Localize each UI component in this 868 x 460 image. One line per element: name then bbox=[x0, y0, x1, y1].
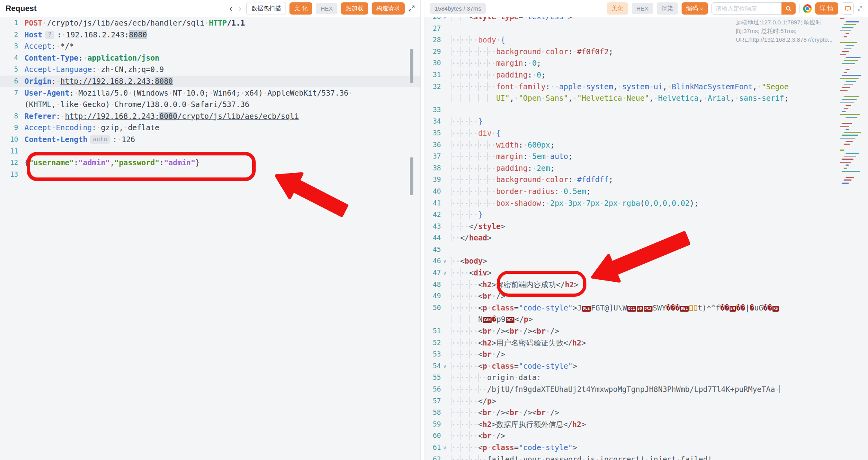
packet-scan-button[interactable]: 数据包扫描 bbox=[246, 2, 286, 15]
code-line[interactable]: 41··········box-shadow:·2px·3px·7px·2px·… bbox=[424, 198, 868, 209]
code-line[interactable]: 33 bbox=[424, 104, 868, 116]
code-line[interactable]: (KHTML,·like·Gecko)·Chrome/138.0.0.0·Saf… bbox=[0, 99, 420, 111]
fold-icon[interactable]: ∨ bbox=[441, 267, 449, 279]
code-line[interactable]: 49······<br·/> bbox=[424, 290, 868, 302]
chrome-icon[interactable] bbox=[803, 4, 812, 13]
code-line[interactable]: 32··········font-family:·-apple-system,·… bbox=[424, 81, 868, 93]
token: application/json bbox=[87, 54, 159, 62]
token: ·· bbox=[451, 257, 460, 265]
code-line[interactable]: 51······<br·/><br·/><br·/> bbox=[424, 325, 868, 337]
code-line[interactable]: 45 bbox=[424, 244, 868, 256]
code-line[interactable]: 9Accept-Encoding:·gzip,·deflate bbox=[0, 122, 420, 134]
line-number: 60 bbox=[424, 430, 441, 442]
code-line[interactable]: 29··········background-color:·#f0f0f2; bbox=[424, 46, 868, 58]
minimap-line bbox=[840, 18, 844, 19]
code-line[interactable]: 8Referer:·http://192.168.2.243:8080/cryp… bbox=[0, 111, 420, 122]
token: body bbox=[464, 257, 483, 265]
code-line[interactable]: 48······<h2>解密前端内容成功</h2> bbox=[424, 279, 868, 291]
code-line[interactable]: 35······div·{ bbox=[424, 127, 868, 139]
code-line[interactable]: 3Accept:·*/* bbox=[0, 41, 420, 52]
code-line[interactable]: 57······</p> bbox=[424, 395, 868, 407]
token: ······ bbox=[451, 117, 478, 126]
code-line[interactable]: 30··········margin:·0; bbox=[424, 57, 868, 69]
minimap-line bbox=[844, 24, 856, 25]
fold-icon[interactable]: ∨ bbox=[441, 17, 449, 23]
code-line[interactable]: 31··········padding:·0; bbox=[424, 69, 868, 81]
code-line[interactable]: 56········/bjtU/fn9gdaXTEUhaUj2t4YmxwpoM… bbox=[424, 384, 868, 395]
code-line[interactable]: 50······<p·class="code-style">JDLEFGT@]U… bbox=[424, 302, 868, 314]
request-editor[interactable]: 1POST·/crypto/js/lib/aes/ecb/handler/sql… bbox=[0, 17, 420, 460]
scrollbar-mark[interactable] bbox=[410, 49, 413, 83]
token: 0 bbox=[536, 70, 541, 79]
token: 解密前端内容成功 bbox=[496, 280, 556, 289]
code-line[interactable]: 52······<h2>用户名密码验证失败</h2> bbox=[424, 337, 868, 349]
build-request-button[interactable]: 构造请求 bbox=[372, 2, 405, 15]
code-line[interactable]: 60······<br·/> bbox=[424, 430, 868, 442]
minimap-line bbox=[844, 36, 847, 37]
hex-button[interactable]: HEX bbox=[632, 3, 653, 14]
code-line[interactable]: 54∨······<p·class="code-style"> bbox=[424, 360, 868, 372]
code-line[interactable]: 44··</head> bbox=[424, 232, 868, 244]
code-line[interactable]: 58······<br·/><br·/><br·/> bbox=[424, 407, 868, 419]
code-line[interactable]: 53······<br·/> bbox=[424, 349, 868, 360]
code-line[interactable]: 42······} bbox=[424, 209, 868, 221]
token: "code-style" bbox=[519, 443, 573, 452]
code-line[interactable]: 1POST·/crypto/js/lib/aes/ecb/handler/sql… bbox=[0, 17, 420, 29]
history-next-button[interactable]: › bbox=[237, 4, 243, 13]
code-line[interactable]: 39··········background-color:·#fdfdff; bbox=[424, 174, 868, 186]
code-line[interactable]: 11 bbox=[0, 146, 420, 157]
beautify-button[interactable]: 美 化 bbox=[289, 2, 312, 15]
fold-icon[interactable]: ∨ bbox=[441, 255, 449, 267]
code-line[interactable]: 46∨··<body> bbox=[424, 255, 868, 267]
code-line[interactable]: 55········origin·data: bbox=[424, 372, 868, 384]
render-button[interactable]: 渲染 bbox=[657, 2, 678, 15]
hot-reload-button[interactable]: 热加载 bbox=[341, 2, 368, 15]
token: : bbox=[74, 158, 78, 167]
expand-icon[interactable] bbox=[408, 5, 415, 12]
search-button[interactable] bbox=[781, 2, 796, 15]
token: </ bbox=[563, 420, 572, 429]
code-line[interactable]: 7User-Agent:·Mozilla/5.0·(Windows·NT·10.… bbox=[0, 87, 420, 99]
code-line[interactable]: 10Content-Lengthauto:·126 bbox=[0, 134, 420, 146]
code-line[interactable]: 59······<h2>数据库执行额外信息</h2> bbox=[424, 419, 868, 430]
minimap[interactable] bbox=[840, 18, 865, 190]
code-line[interactable]: 61∨······<p·class="code-style"> bbox=[424, 442, 868, 454]
encode-dropdown[interactable]: 编码∨ bbox=[682, 2, 708, 15]
code-line[interactable]: 34······} bbox=[424, 116, 868, 127]
code-line[interactable]: 40··········border-radius:·0.5em; bbox=[424, 186, 868, 198]
code-text: ··········font-family:·-apple-system,·sy… bbox=[451, 81, 789, 93]
comment-button[interactable] bbox=[842, 2, 854, 15]
fold-icon[interactable]: ∨ bbox=[441, 442, 449, 454]
code-line[interactable]: NCAN�p9DC2</p> bbox=[424, 314, 868, 325]
code-line[interactable]: 62········failed!·your·password·is·incor… bbox=[424, 454, 868, 460]
scrollbar-mark[interactable] bbox=[410, 157, 413, 195]
token: = bbox=[519, 17, 523, 21]
hex-button[interactable]: HEX bbox=[316, 3, 337, 14]
fold-icon[interactable]: ∨ bbox=[441, 360, 449, 372]
history-prev-button[interactable]: ‹ bbox=[228, 4, 234, 13]
code-line[interactable]: 47∨····<div> bbox=[424, 267, 868, 279]
code-line[interactable]: 13 bbox=[0, 169, 420, 181]
fold-icon bbox=[441, 69, 449, 81]
code-line[interactable]: 36··········width:·600px; bbox=[424, 139, 868, 151]
code-line[interactable]: 4Content-Type:·application/json bbox=[0, 52, 420, 64]
detail-button[interactable]: 详 情 bbox=[815, 2, 838, 15]
code-line[interactable]: 12{"username":"admin","password":"admin"… bbox=[0, 157, 420, 169]
token: padding bbox=[496, 164, 527, 172]
line-number: 29 bbox=[424, 46, 441, 58]
response-editor[interactable]: 远端地址:127.0.0.1:7897; 响应时间:37ms; 总耗时:51ms… bbox=[424, 17, 868, 460]
code-line[interactable]: 2Host?:·192.168.2.243:8080 bbox=[0, 29, 420, 41]
code-line[interactable]: UI",·"Open·Sans",·"Helvetica·Neue",·Helv… bbox=[424, 92, 868, 104]
token: ·········· bbox=[451, 152, 496, 161]
code-line[interactable]: 38··········padding:·2em; bbox=[424, 163, 868, 174]
code-line[interactable]: 37··········margin:·5em·auto; bbox=[424, 151, 868, 163]
token: p9 bbox=[496, 315, 505, 323]
line-number: 10 bbox=[0, 134, 18, 146]
code-line[interactable]: 43····</style> bbox=[424, 221, 868, 233]
search-input[interactable] bbox=[711, 2, 781, 15]
code-line[interactable]: 6Origin:·http://192.168.2.243:8080 bbox=[0, 76, 420, 87]
beautify-button[interactable]: 美化 bbox=[607, 2, 628, 15]
code-line[interactable]: 5Accept-Language:·zh-CN,zh;q=0.9 bbox=[0, 64, 420, 76]
expand-corner-icon[interactable] bbox=[857, 6, 862, 11]
line-number bbox=[0, 99, 18, 111]
